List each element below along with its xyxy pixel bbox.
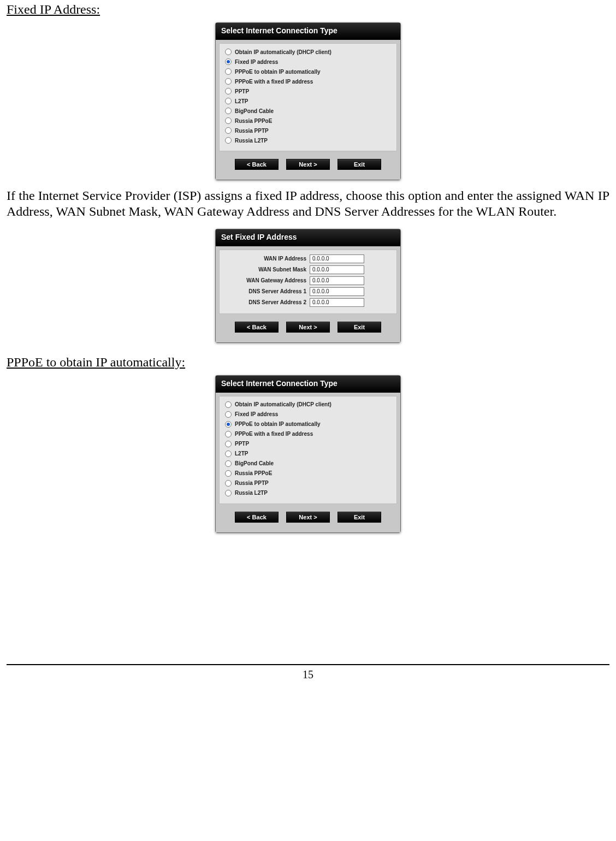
radio-option[interactable]: Russia PPTP [225, 478, 391, 488]
form-row: WAN Subnet Mask0.0.0.0 [225, 264, 391, 275]
radio-option[interactable]: PPTP [225, 439, 391, 449]
radio-label: Russia PPTP [235, 480, 269, 486]
fixed-ip-description: If the Internet Service Provider (ISP) a… [7, 188, 609, 220]
radio-option[interactable]: Fixed IP address [225, 57, 391, 67]
radio-icon[interactable] [225, 460, 232, 467]
back-button[interactable]: < Back [235, 322, 279, 333]
radio-icon[interactable] [225, 137, 232, 144]
form-label: WAN IP Address [225, 256, 310, 262]
radio-icon[interactable] [225, 88, 232, 94]
form-label: WAN Gateway Address [225, 277, 310, 283]
radio-icon[interactable] [225, 411, 232, 418]
back-button[interactable]: < Back [235, 512, 279, 523]
dialog-title: Select Internet Connection Type [216, 23, 400, 40]
radio-label: Russia PPTP [235, 128, 269, 134]
dialog-body: WAN IP Address0.0.0.0WAN Subnet Mask0.0.… [219, 250, 397, 314]
radio-option[interactable]: Fixed IP address [225, 410, 391, 419]
form-row: WAN IP Address0.0.0.0 [225, 253, 391, 264]
dialog-set-fixed-ip: Set Fixed IP Address WAN IP Address0.0.0… [215, 229, 401, 343]
form-label: DNS Server Address 2 [225, 299, 310, 305]
radio-option[interactable]: BigPond Cable [225, 106, 391, 116]
form-input[interactable]: 0.0.0.0 [310, 276, 364, 285]
radio-label: PPPoE to obtain IP automatically [235, 421, 321, 427]
next-button[interactable]: Next > [286, 322, 330, 333]
screenshot-set-fixed-ip: Set Fixed IP Address WAN IP Address0.0.0… [7, 229, 609, 343]
next-button[interactable]: Next > [286, 159, 330, 170]
radio-option[interactable]: L2TP [225, 449, 391, 459]
radio-label: BigPond Cable [235, 108, 274, 114]
radio-icon[interactable] [225, 401, 232, 408]
dialog-title: Select Internet Connection Type [216, 376, 400, 393]
back-button[interactable]: < Back [235, 159, 279, 170]
form-input[interactable]: 0.0.0.0 [310, 254, 364, 263]
radio-label: BigPond Cable [235, 460, 274, 466]
radio-option[interactable]: Russia PPTP [225, 126, 391, 135]
radio-label: PPPoE with a fixed IP address [235, 79, 313, 85]
radio-icon[interactable] [225, 441, 232, 447]
radio-option[interactable]: Russia L2TP [225, 135, 391, 145]
radio-option[interactable]: PPPoE to obtain IP automatically [225, 419, 391, 429]
radio-option[interactable]: Russia L2TP [225, 488, 391, 498]
form-row: WAN Gateway Address0.0.0.0 [225, 275, 391, 286]
radio-label: Obtain IP automatically (DHCP client) [235, 49, 331, 55]
dialog-button-bar: < Back Next > Exit [216, 155, 400, 180]
radio-icon[interactable] [225, 431, 232, 437]
form-row: DNS Server Address 20.0.0.0 [225, 297, 391, 308]
radio-icon[interactable] [225, 68, 232, 75]
radio-icon[interactable] [225, 78, 232, 85]
radio-label: Fixed IP address [235, 59, 278, 65]
radio-icon[interactable] [225, 490, 232, 496]
dialog-select-connection-type: Select Internet Connection Type Obtain I… [215, 22, 401, 180]
radio-option[interactable]: Russia PPPoE [225, 469, 391, 478]
form-row: DNS Server Address 10.0.0.0 [225, 286, 391, 297]
radio-icon[interactable] [225, 58, 232, 65]
radio-label: Russia L2TP [235, 138, 268, 144]
radio-label: Fixed IP address [235, 411, 278, 417]
section-heading-fixed-ip: Fixed IP Address: [7, 2, 609, 17]
radio-option[interactable]: Obtain IP automatically (DHCP client) [225, 47, 391, 57]
radio-label: PPPoE with a fixed IP address [235, 431, 313, 437]
radio-label: L2TP [235, 98, 248, 104]
form-input[interactable]: 0.0.0.0 [310, 287, 364, 296]
radio-icon[interactable] [225, 421, 232, 428]
radio-icon[interactable] [225, 108, 232, 114]
radio-option[interactable]: PPPoE to obtain IP automatically [225, 67, 391, 76]
radio-label: L2TP [235, 451, 248, 457]
radio-label: Russia PPPoE [235, 118, 272, 124]
radio-label: PPPoE to obtain IP automatically [235, 69, 321, 75]
exit-button[interactable]: Exit [337, 322, 381, 333]
radio-icon[interactable] [225, 470, 232, 477]
radio-label: PPTP [235, 441, 249, 447]
dialog-title: Set Fixed IP Address [216, 229, 400, 246]
radio-icon[interactable] [225, 49, 232, 55]
section-heading-pppoe-auto: PPPoE to obtain IP automatically: [7, 355, 609, 370]
radio-icon[interactable] [225, 117, 232, 124]
page-number: 15 [303, 668, 313, 680]
dialog-button-bar: < Back Next > Exit [216, 507, 400, 532]
radio-option[interactable]: L2TP [225, 96, 391, 106]
radio-icon[interactable] [225, 480, 232, 487]
dialog-button-bar: < Back Next > Exit [216, 317, 400, 342]
radio-icon[interactable] [225, 451, 232, 457]
form-input[interactable]: 0.0.0.0 [310, 298, 364, 307]
form-input[interactable]: 0.0.0.0 [310, 265, 364, 274]
radio-icon[interactable] [225, 127, 232, 134]
radio-label: Russia PPPoE [235, 470, 272, 476]
radio-icon[interactable] [225, 98, 232, 104]
radio-option[interactable]: Russia PPPoE [225, 116, 391, 126]
radio-label: Obtain IP automatically (DHCP client) [235, 401, 331, 407]
radio-option[interactable]: PPPoE with a fixed IP address [225, 429, 391, 439]
radio-option[interactable]: PPPoE with a fixed IP address [225, 76, 391, 86]
dialog-body: Obtain IP automatically (DHCP client)Fix… [219, 43, 397, 151]
screenshot-connection-type-fixed: Select Internet Connection Type Obtain I… [7, 22, 609, 180]
exit-button[interactable]: Exit [337, 159, 381, 170]
next-button[interactable]: Next > [286, 512, 330, 523]
radio-option[interactable]: Obtain IP automatically (DHCP client) [225, 400, 391, 410]
form-label: DNS Server Address 1 [225, 288, 310, 294]
exit-button[interactable]: Exit [337, 512, 381, 523]
radio-option[interactable]: BigPond Cable [225, 459, 391, 469]
radio-label: Russia L2TP [235, 490, 268, 496]
dialog-select-connection-type: Select Internet Connection Type Obtain I… [215, 375, 401, 533]
radio-option[interactable]: PPTP [225, 86, 391, 96]
dialog-body: Obtain IP automatically (DHCP client)Fix… [219, 396, 397, 504]
